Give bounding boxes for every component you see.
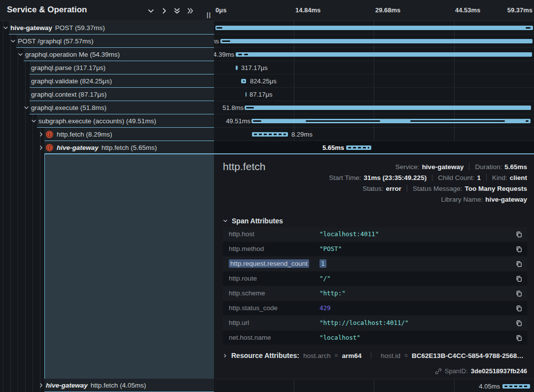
chevron-down-icon[interactable] (147, 7, 155, 15)
span-name-label: http.fetch (4.05ms) (91, 382, 146, 389)
span-name-label: graphql.parse (317.17μs) (31, 64, 106, 71)
span-name-label: http.fetch (8.29ms) (57, 131, 112, 138)
timeline-row: 54.39ms (214, 48, 534, 61)
divider (486, 174, 487, 181)
tree-row[interactable]: hive-gatewayPOST (59.37ms) (0, 21, 214, 35)
timeline-row: 317.17μs (214, 61, 534, 74)
attribute-row: http.route "/" (223, 272, 527, 285)
duration-label: 57.57ms (214, 37, 219, 45)
double-chevron-right-icon[interactable] (186, 7, 194, 15)
timeline-row: 8.29ms (214, 128, 534, 141)
span-bar[interactable] (220, 39, 533, 43)
chevron-right-icon[interactable] (160, 7, 168, 15)
span-bar[interactable] (215, 26, 533, 30)
meta-value: client (510, 174, 527, 181)
meta-label: Library Name: (441, 196, 483, 203)
attribute-value: "/" (320, 275, 331, 282)
span-bar[interactable] (246, 92, 247, 97)
span-bar[interactable] (251, 119, 531, 123)
panel-resize-handle[interactable]: || (207, 11, 212, 18)
tree-row[interactable]: graphql.execute (51.8ms) (0, 101, 214, 114)
attribute-row: http.method "POST" (223, 242, 527, 256)
span-name-label: graphql.validate (824.25μs) (31, 77, 112, 85)
attribute-key: http.route (229, 275, 257, 282)
error-icon (46, 144, 53, 151)
copy-icon[interactable] (515, 230, 523, 238)
copy-icon[interactable] (515, 334, 523, 342)
span-bar[interactable] (236, 52, 532, 57)
duration-label: 51.8ms (222, 104, 244, 111)
attribute-key: http.url (229, 319, 249, 326)
tree-row[interactable]: http.fetch (8.29ms) (0, 128, 214, 141)
attribute-key: http.method (229, 245, 264, 252)
chevron-down-icon[interactable] (18, 52, 23, 57)
equals-sign: = (404, 352, 408, 359)
span-name-label: http.fetch (5.65ms) (102, 144, 157, 151)
span-service-label: hive-gateway (57, 144, 99, 151)
copy-icon[interactable] (515, 275, 523, 283)
chevron-right-icon[interactable] (38, 132, 44, 137)
attribute-row: http.status_code 429 (223, 301, 527, 315)
span-name-label: graphql.execute (51.8ms) (31, 104, 107, 111)
tree-row[interactable]: subgraph.execute (accounts) (49.51ms) (0, 114, 214, 128)
span-bar[interactable] (346, 145, 371, 150)
span-bar[interactable] (236, 66, 238, 70)
timeline-row: 49.51ms (214, 114, 534, 128)
selected-span-subtree-area (44, 154, 214, 379)
timeline-row: 824.25μs (214, 74, 534, 88)
resource-key: host.arch (303, 352, 331, 359)
copy-icon[interactable] (515, 289, 523, 297)
resource-value: arm64 (342, 352, 362, 359)
divider (469, 163, 469, 170)
copy-icon[interactable] (515, 304, 523, 312)
duration-label: 54.39ms (214, 51, 234, 58)
meta-value: error (386, 185, 401, 192)
tree-header: Service & Operation (0, 0, 214, 21)
equals-sign: = (334, 352, 338, 359)
meta-label: Status Message: (413, 185, 463, 192)
timeline-row: 4.05ms (214, 379, 534, 392)
span-bar[interactable] (241, 79, 246, 83)
time-tick: 29.68ms (375, 6, 400, 14)
timeline-row: 51.8ms (214, 101, 534, 114)
span-bar[interactable] (502, 384, 530, 389)
span-bar[interactable] (252, 132, 288, 137)
tree-row-selected[interactable]: hive-gatewayhttp.fetch (5.65ms) (0, 141, 214, 154)
attribute-value: "http://localhost:4011/" (320, 319, 409, 326)
tree-row[interactable]: graphql.validate (824.25μs) (0, 74, 214, 88)
chevron-right-icon[interactable] (38, 145, 44, 150)
chevron-right-icon[interactable] (38, 383, 44, 388)
chevron-down-icon[interactable] (31, 118, 36, 124)
chevron-down-icon[interactable] (10, 38, 16, 44)
span-name-label: POST /graphql (57.57ms) (18, 37, 94, 45)
double-chevron-down-icon[interactable] (173, 7, 181, 15)
meta-value: Too Many Requests (464, 185, 527, 192)
tree-row[interactable]: hive-gatewayhttp.fetch (4.05ms) (0, 379, 214, 392)
tree-row[interactable]: POST /graphql (57.57ms) (0, 35, 214, 48)
duration-label: 317.17μs (241, 64, 268, 71)
timeline-row: 57.57ms (214, 35, 534, 48)
span-name-label: graphql.context (87.17μs) (31, 91, 107, 98)
resource-attributes-row[interactable]: Resource Attributes: host.arch = arm64 h… (223, 352, 524, 359)
tree-row[interactable]: graphql.parse (317.17μs) (0, 61, 214, 74)
detail-panel-top-border (44, 153, 534, 154)
tree-row[interactable]: graphql.operation Me (54.39ms) (0, 48, 214, 61)
chevron-down-icon[interactable] (24, 105, 29, 110)
copy-icon[interactable] (515, 260, 523, 268)
span-attributes-section-header[interactable]: Span Attributes (223, 217, 283, 225)
divider (407, 185, 407, 192)
chevron-down-icon[interactable] (3, 25, 8, 31)
section-title: Resource Attributes: (231, 352, 299, 359)
span-service-label: hive-gateway (10, 24, 52, 32)
span-name-label: POST (59.37ms) (55, 24, 105, 32)
timeline-row (214, 21, 534, 35)
span-detail-title: http.fetch (223, 161, 265, 173)
attribute-value: "http:" (320, 289, 346, 297)
copy-icon[interactable] (515, 245, 523, 253)
span-bar[interactable] (245, 106, 531, 110)
time-axis-header: 0μs 14.84ms 29.68ms 44.53ms 59.37ms (214, 0, 534, 21)
attribute-row: http.url "http://localhost:4011/" (223, 316, 527, 330)
link-icon[interactable] (435, 368, 442, 375)
copy-icon[interactable] (515, 319, 523, 327)
tree-row[interactable]: graphql.context (87.17μs) (0, 88, 214, 101)
